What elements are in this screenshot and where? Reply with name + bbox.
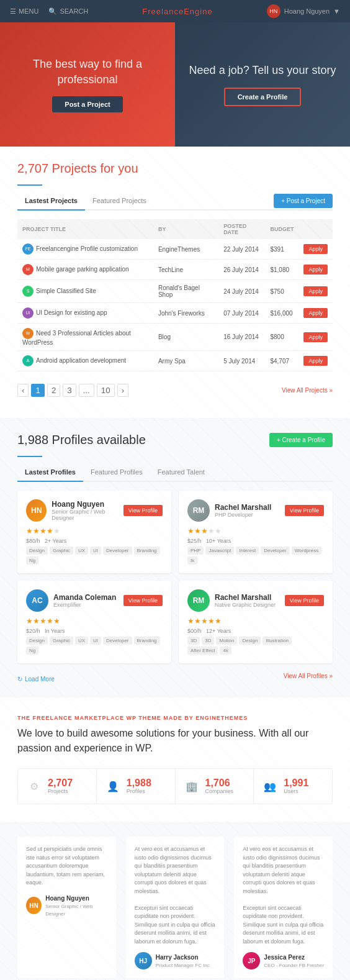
post-project-button[interactable]: Post a Project [52,96,122,112]
hero-right: Need a job? Tell us your story Create a … [175,22,350,147]
hero-left-title: The best way to find a professional [12,57,163,88]
create-profile-button[interactable]: Create a Profile [224,88,302,106]
hero-right-title: Need a job? Tell us your story [189,63,336,78]
hero-section: The best way to find a professional Post… [0,22,350,147]
